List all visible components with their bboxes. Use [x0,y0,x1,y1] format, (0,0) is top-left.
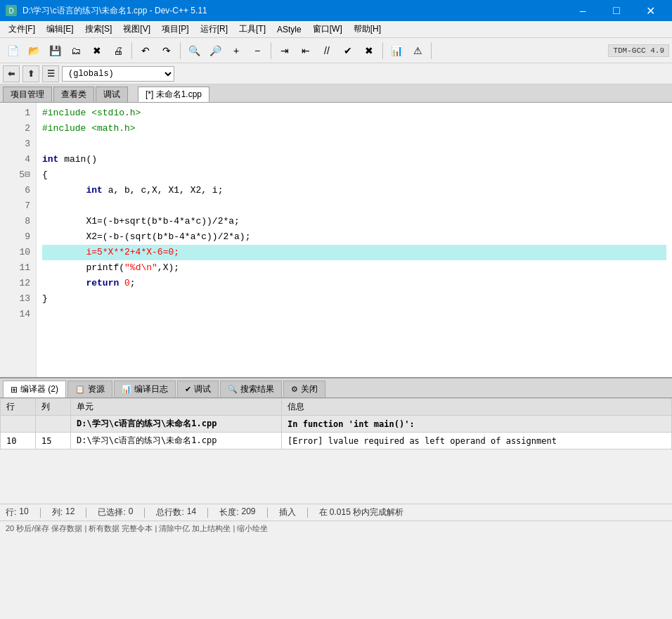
tab-debug[interactable]: 调试 [96,87,128,102]
stop-button[interactable]: ✖ [359,41,379,60]
code-line-14 [42,307,666,322]
total-label: 总行数: [156,506,183,518]
table-row[interactable]: 10 15 D:\学习\c语言的练习\未命名1.cpp [Error] lval… [1,433,672,449]
undo-button[interactable]: ↶ [136,41,155,60]
zoom-out-button[interactable]: − [247,41,267,60]
new-button[interactable]: 📄 [3,41,22,60]
line-num-13: 13 [0,291,36,307]
close-button[interactable]: ✕ [634,0,666,21]
code-line-2: #include <math.h> [42,121,666,136]
line-num-10: 10 [0,245,36,260]
error-file: D:\学习\c语言的练习\未命名1.cpp [71,433,282,449]
tab-project-manager[interactable]: 项目管理 [3,87,52,102]
line-num-1: 1 [0,106,36,121]
line-num-5: 5⊟ [0,167,36,183]
tab-view-class[interactable]: 查看类 [53,87,94,102]
globals-select[interactable]: (globals) [62,66,174,82]
mode-value: 插入 [279,506,296,518]
tab-resources[interactable]: 📋 资源 [67,381,112,397]
line-num-2: 2 [0,121,36,136]
minimize-button[interactable]: ‒ [567,0,599,21]
save-button[interactable]: 💾 [45,41,65,60]
scope-list-button[interactable]: ☰ [42,65,59,82]
code-line-8: X1=(-b+sqrt(b*b-4*a*c))/2*a; [42,214,666,229]
error-file-path: D:\学习\c语言的练习\未命名1.cpp [71,416,282,433]
code-editor[interactable]: 1 2 3 4 5⊟ 6 7 8 9 10 11 12 13 14 #inclu… [0,103,672,377]
window-controls: ‒ □ ✕ [567,0,666,21]
code-line-1: #include <stdio.h> [42,106,666,121]
status-sep-4 [207,508,208,518]
debug-icon: ✔ [185,385,191,394]
code-content[interactable]: #include <stdio.h> #include <math.h> int… [37,103,672,377]
line-num-6: 6 [0,183,36,198]
line-num-8: 8 [0,214,36,229]
menu-tools[interactable]: 工具[T] [233,22,271,37]
status-col: 列: 12 [52,506,75,518]
line-num-7: 7 [0,198,36,214]
row-value: 10 [19,506,28,518]
col-header-col: 列 [36,399,71,416]
syntax-check-button[interactable]: ✔ [338,41,358,60]
find-button[interactable]: 🔍 [184,41,204,60]
col-value: 12 [65,506,75,518]
tab-compiler[interactable]: ⊞ 编译器 (2) [3,381,66,397]
error-button[interactable]: ⚠ [408,41,427,60]
code-line-3 [42,136,666,152]
secondary-toolbar: ⬅ ⬆ ☰ (globals) [0,63,672,84]
menu-file[interactable]: 文件[F] [3,22,41,37]
window-title: D:\学习\c语言的练习\未命名1.cpp - Dev-C++ 5.11 [22,5,207,17]
menu-help[interactable]: 帮助[H] [348,22,387,37]
line-num-9: 9 [0,229,36,245]
menu-astyle[interactable]: AStyle [271,23,307,36]
zoom-in-button[interactable]: + [226,41,246,60]
save-all-button[interactable]: 🗂 [66,41,86,60]
line-num-12: 12 [0,276,36,291]
row-label: 行: [6,506,16,518]
replace-button[interactable]: 🔎 [205,41,225,60]
toolbar-separator-1 [131,42,132,59]
tab-close-panel[interactable]: ⚙ 关闭 [283,381,325,397]
menu-view[interactable]: 视图[V] [117,22,156,37]
error-file-row: D:\学习\c语言的练习\未命名1.cpp In function 'int m… [1,416,672,433]
code-line-7 [42,198,666,214]
col-label: 列: [52,506,63,518]
tab-compile-log[interactable]: 📊 编译日志 [114,381,176,397]
bottom-panel: ⊞ 编译器 (2) 📋 资源 📊 编译日志 ✔ 调试 🔍 搜索结果 ⚙ 关闭 [0,377,672,504]
print-button[interactable]: 🖨 [108,41,128,60]
tab-area: 项目管理 查看类 调试 [*] 未命名1.cpp [0,84,672,103]
code-line-5: { [42,167,666,183]
scope-forward-button[interactable]: ⬆ [22,65,39,82]
status-total: 总行数: 14 [156,506,196,518]
menu-run[interactable]: 运行[R] [195,22,233,37]
code-line-4: int main() [42,152,666,167]
menu-project[interactable]: 项目[P] [156,22,195,37]
maximize-button[interactable]: □ [600,0,633,21]
col-header-unit: 单元 [71,399,282,416]
status-sep-2 [86,508,86,518]
line-num-14: 14 [0,307,36,322]
error-row-num: 10 [1,433,36,449]
scope-back-button[interactable]: ⬅ [3,65,20,82]
error-file-info: In function 'int main()': [282,416,672,433]
status-row: 行: 10 [6,506,29,518]
open-button[interactable]: 📂 [24,41,44,60]
line-num-3: 3 [0,136,36,152]
run-graph-button[interactable]: 📊 [387,41,406,60]
close-file-button[interactable]: ✖ [87,41,107,60]
len-label: 长度: [219,506,238,518]
tab-debug-bottom[interactable]: ✔ 调试 [177,381,219,397]
menu-edit[interactable]: 编辑[E] [41,22,79,37]
indent-button[interactable]: ⇥ [275,41,295,60]
unindent-button[interactable]: ⇤ [296,41,316,60]
redo-button[interactable]: ↷ [157,41,176,60]
close-panel-icon: ⚙ [291,385,298,394]
menu-window[interactable]: 窗口[W] [307,22,348,37]
status-sep-1 [40,508,41,518]
toggle-comment-button[interactable]: // [317,41,337,60]
tab-search-results[interactable]: 🔍 搜索结果 [220,381,282,397]
tab-file[interactable]: [*] 未命名1.cpp [138,87,209,102]
hint-text: 20 秒后/保存 保存数据 | 析有数据 完整令本 | 清除中亿 加上结构坐 |… [6,523,268,534]
toolbar-separator-3 [271,42,271,59]
menu-search[interactable]: 搜索[S] [79,22,118,37]
code-line-12: return 0; [42,276,666,291]
